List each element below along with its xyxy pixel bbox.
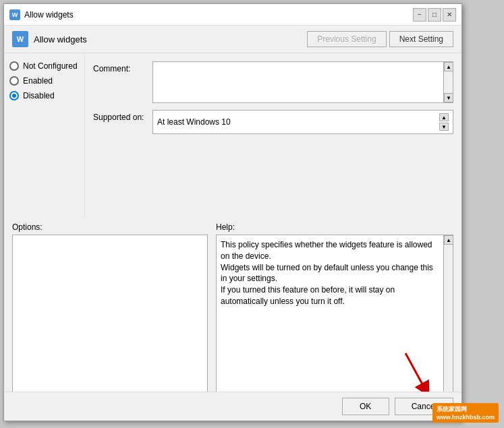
- supported-scroll-down[interactable]: ▼: [439, 123, 449, 131]
- help-panel: Help: This policy specifies whether the …: [216, 222, 453, 386]
- help-text-content: This policy specifies whether the widget…: [221, 240, 433, 306]
- supported-label: Supported on:: [93, 110, 147, 122]
- window-title: Allow widgets: [24, 10, 74, 20]
- options-title: Options:: [12, 222, 208, 232]
- help-scroll-track: [444, 245, 453, 392]
- radio-dot-disabled: [12, 94, 16, 98]
- help-scroll-up[interactable]: ▲: [444, 235, 453, 245]
- bottom-buttons: OK Cancel: [4, 392, 461, 421]
- options-panel: Options:: [12, 222, 208, 386]
- previous-setting-button[interactable]: Previous Setting: [307, 31, 386, 47]
- next-setting-button[interactable]: Next Setting: [389, 31, 453, 47]
- radio-not-configured[interactable]: Not Configured: [9, 61, 79, 71]
- maximize-button[interactable]: □: [428, 8, 441, 22]
- radio-enabled[interactable]: Enabled: [9, 76, 79, 86]
- help-title: Help:: [216, 222, 453, 232]
- scroll-down-btn[interactable]: ▼: [444, 93, 453, 102]
- supported-box: At least Windows 10 ▲ ▼: [152, 110, 453, 134]
- title-bar: W Allow widgets − □ ✕: [4, 4, 461, 26]
- title-controls: − □ ✕: [413, 8, 456, 22]
- scroll-track: [444, 71, 453, 93]
- comment-label: Comment:: [93, 61, 147, 73]
- header-bar: W Allow widgets Previous Setting Next Se…: [4, 26, 461, 53]
- header-buttons: Previous Setting Next Setting: [307, 31, 453, 47]
- ok-button[interactable]: OK: [342, 398, 389, 415]
- radio-circle-not-configured: [9, 61, 19, 71]
- dialog-window: W Allow widgets − □ ✕ W Allow widgets Pr…: [3, 3, 462, 421]
- title-bar-left: W Allow widgets: [9, 9, 74, 20]
- comment-field-container: ▲ ▼: [152, 61, 453, 103]
- supported-row: Supported on: At least Windows 10 ▲ ▼: [93, 110, 453, 134]
- supported-content: At least Windows 10 ▲ ▼: [152, 110, 453, 134]
- help-scrollbar: ▲ ▼: [443, 235, 453, 392]
- supported-scroll-up[interactable]: ▲: [439, 113, 449, 121]
- radio-label-disabled: Disabled: [23, 91, 55, 100]
- options-box: [12, 235, 208, 392]
- supported-value: At least Windows 10: [157, 117, 231, 127]
- comment-scrollbar[interactable]: ▲ ▼: [443, 62, 453, 102]
- header-icon: W: [12, 31, 28, 47]
- radio-circle-disabled: [9, 91, 19, 100]
- radio-label-enabled: Enabled: [23, 76, 53, 86]
- radio-circle-enabled: [9, 76, 19, 86]
- comment-row: Comment: ▲ ▼: [93, 61, 453, 103]
- radio-label-not-configured: Not Configured: [23, 61, 78, 71]
- bottom-section: Options: Help: This policy specifies whe…: [4, 217, 461, 392]
- help-content-container: This policy specifies whether the widget…: [216, 235, 453, 392]
- right-panel: Comment: ▲ ▼ Supported on: At least Wind…: [85, 53, 461, 217]
- scroll-up-btn[interactable]: ▲: [444, 62, 453, 71]
- minimize-button[interactable]: −: [413, 8, 426, 22]
- header-left: W Allow widgets: [12, 31, 87, 47]
- window-icon: W: [9, 9, 20, 20]
- watermark: 系统家园网www.hnzkhbsb.com: [432, 403, 499, 423]
- radio-disabled[interactable]: Disabled: [9, 91, 79, 100]
- help-text: This policy specifies whether the widget…: [217, 235, 443, 392]
- comment-textarea[interactable]: [153, 62, 443, 102]
- header-title: Allow widgets: [34, 34, 87, 44]
- left-panel: Not Configured Enabled Disabled: [4, 53, 85, 217]
- close-button[interactable]: ✕: [443, 8, 456, 22]
- main-content: Not Configured Enabled Disabled Comment:: [4, 53, 461, 217]
